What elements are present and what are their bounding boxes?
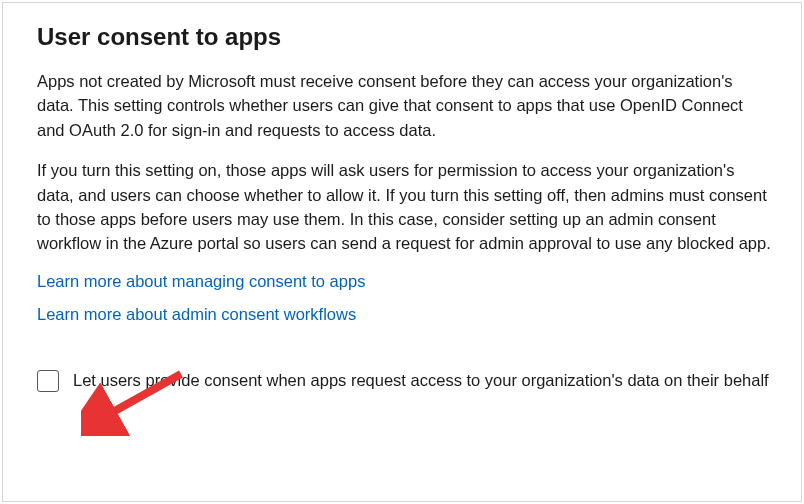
- description-paragraph-2: If you turn this setting on, those apps …: [37, 158, 773, 256]
- description-paragraph-1: Apps not created by Microsoft must recei…: [37, 69, 773, 142]
- consent-checkbox[interactable]: [37, 370, 59, 392]
- learn-more-admin-workflows-link[interactable]: Learn more about admin consent workflows: [37, 305, 773, 324]
- consent-checkbox-row: Let users provide consent when apps requ…: [37, 368, 773, 392]
- section-title: User consent to apps: [37, 23, 773, 51]
- learn-more-consent-link[interactable]: Learn more about managing consent to app…: [37, 272, 773, 291]
- user-consent-panel: User consent to apps Apps not created by…: [2, 2, 802, 502]
- consent-checkbox-label: Let users provide consent when apps requ…: [73, 368, 769, 392]
